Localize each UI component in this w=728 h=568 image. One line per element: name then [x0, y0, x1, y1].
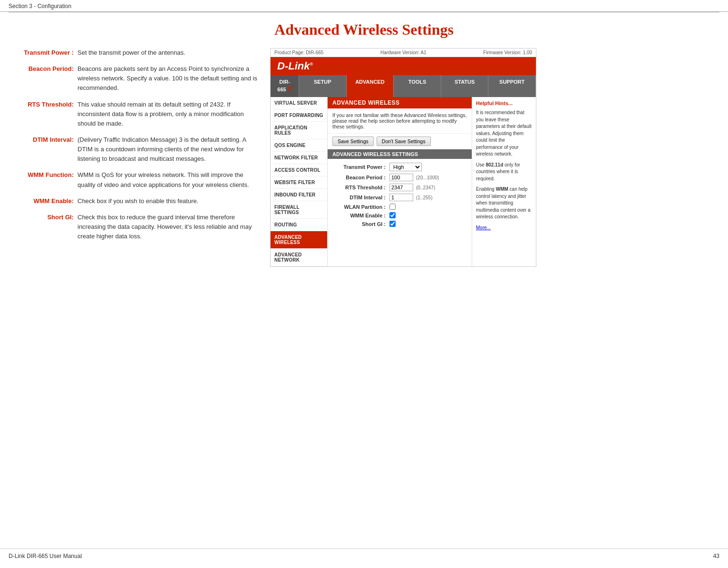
dlink-logo-text: D-Link® [277, 60, 313, 72]
transmit-power-label: Transmit Power : [9, 48, 78, 58]
dtim-interval-hint: (1..255) [416, 195, 432, 200]
sidebar-item-advanced-wireless[interactable]: ADVANCED WIRELESS [271, 231, 327, 249]
sidebar-item-routing[interactable]: ROUTING [271, 219, 327, 231]
dlink-logo: D-Link® [271, 57, 536, 75]
wlan-partition-setting-row: WLAN Partition : [332, 204, 467, 210]
sidebar-item-access-control[interactable]: ACCESS CONTROL [271, 164, 327, 176]
wmm-enable-setting-label: WMM Enable : [332, 213, 389, 218]
footer-right: 43 [713, 553, 719, 559]
transmit-power-setting-row: Transmit Power : High Medium Low [332, 163, 467, 171]
rts-threshold-input[interactable] [389, 184, 413, 191]
dtim-interval-input[interactable] [389, 194, 413, 201]
sidebar-item-firewall-settings[interactable]: FIREWALL SETTINGS [271, 201, 327, 219]
short-gi-setting-label: Short GI : [332, 221, 389, 227]
router-panel: Product Page: DIR-665 Hardware Version: … [270, 48, 536, 267]
rts-threshold-hint: (0..2347) [416, 185, 435, 190]
main-content-area: ADVANCED WIRELESS If you are not familia… [328, 97, 472, 266]
helpful-hints-panel: Helpful Hints... It is recommended that … [472, 97, 536, 266]
beacon-period-input[interactable] [389, 174, 413, 181]
nav-tools[interactable]: TOOLS [394, 75, 441, 97]
rts-threshold-desc: This value should remain at its default … [78, 100, 261, 128]
wlan-partition-value-wrapper [389, 204, 396, 210]
wmm-enable-label: WMM Enable: [9, 196, 78, 206]
nav-setup[interactable]: SETUP [299, 75, 347, 97]
short-gi-desc: Check this box to reduce the guard inter… [78, 213, 261, 241]
helpful-hints-text3: Enabling WMM can help control latency an… [476, 186, 532, 221]
content-header: ADVANCED WIRELESS [328, 97, 472, 108]
beacon-period-value-wrapper: (20...1000) [389, 174, 439, 181]
wlan-partition-checkbox[interactable] [389, 204, 396, 210]
beacon-period-setting-row: Beacon Period : (20...1000) [332, 174, 467, 181]
transmit-power-row: Transmit Power : Set the transmit power … [9, 48, 261, 58]
sidebar: VIRTUAL SERVER PORT FORWARDING APPLICATI… [271, 97, 328, 266]
product-page: Product Page: DIR-665 [274, 50, 323, 55]
page-header: Section 3 - Configuration [0, 0, 728, 12]
dont-save-settings-button[interactable]: Don't Save Settings [377, 137, 431, 146]
dtim-interval-value-wrapper: (1..255) [389, 194, 432, 201]
slash-icon: // [288, 85, 292, 93]
wmm-enable-desc: Check box if you wish to enable this fea… [78, 196, 261, 206]
beacon-period-row: Beacon Period: Beacons are packets sent … [9, 64, 261, 93]
nav-advanced[interactable]: ADVANCED [347, 75, 394, 97]
settings-section-title: ADVANCED WIRELESS SETTINGS [328, 149, 472, 159]
page-footer: D-Link DIR-665 User Manual 43 [0, 548, 728, 563]
wmm-function-label: WMM Function: [9, 170, 78, 180]
short-gi-label: Short GI: [9, 213, 78, 222]
rts-threshold-value-wrapper: (0..2347) [389, 184, 435, 191]
sidebar-item-advanced-network[interactable]: ADVANCED NETWORK [271, 249, 327, 266]
more-link[interactable]: More... [476, 225, 491, 230]
nav-status[interactable]: STATUS [441, 75, 489, 97]
transmit-power-select[interactable]: High Medium Low [389, 163, 422, 171]
transmit-power-select-wrapper: High Medium Low [389, 163, 422, 171]
rts-threshold-setting-row: RTS Threshold : (0..2347) [332, 184, 467, 191]
btn-row: Save Settings Don't Save Settings [328, 134, 472, 149]
short-gi-checkbox[interactable] [389, 221, 396, 227]
registered-symbol: ® [310, 62, 313, 67]
wmm-function-row: WMM Function: WMM is QoS for your wirele… [9, 170, 261, 189]
sidebar-content-area: VIRTUAL SERVER PORT FORWARDING APPLICATI… [271, 97, 536, 266]
beacon-period-setting-label: Beacon Period : [332, 175, 389, 180]
rts-threshold-row: RTS Threshold: This value should remain … [9, 100, 261, 128]
footer-left: D-Link DIR-665 User Manual [9, 553, 82, 559]
helpful-hints-text2: Use 802.11d only for countries where it … [476, 162, 532, 183]
wmm-enable-row: WMM Enable: Check box if you wish to ena… [9, 196, 261, 206]
dtim-interval-label: DTIM Interval: [9, 135, 78, 145]
router-top-bar: Product Page: DIR-665 Hardware Version: … [271, 49, 536, 57]
short-gi-setting-row: Short GI : [332, 221, 467, 227]
nav-dir665[interactable]: DIR-665 // [271, 75, 299, 97]
wlan-partition-setting-label: WLAN Partition : [332, 204, 389, 210]
rts-threshold-label: RTS Threshold: [9, 100, 78, 109]
save-settings-button[interactable]: Save Settings [332, 137, 374, 146]
sidebar-item-qos-engine[interactable]: QOS ENGINE [271, 139, 327, 152]
sidebar-item-network-filter[interactable]: NETWORK FILTER [271, 152, 327, 164]
beacon-period-hint: (20...1000) [416, 175, 439, 180]
settings-table: Transmit Power : High Medium Low Beacon … [328, 159, 472, 233]
dtim-interval-desc: (Delivery Traffic Indication Message) 3 … [78, 135, 261, 164]
page-title: Advanced Wireless Settings [0, 12, 728, 43]
nav-bar: DIR-665 // SETUP ADVANCED TOOLS STATUS S… [271, 75, 536, 97]
firmware-version: Firmware Version: 1.00 [483, 50, 532, 55]
sidebar-item-inbound-filter[interactable]: INBOUND FILTER [271, 189, 327, 201]
dtim-interval-row: DTIM Interval: (Delivery Traffic Indicat… [9, 135, 261, 164]
wmm-function-desc: WMM is QoS for your wireless network. Th… [78, 170, 261, 189]
sidebar-item-virtual-server[interactable]: VIRTUAL SERVER [271, 97, 327, 109]
dtim-interval-setting-label: DTIM Interval : [332, 195, 389, 200]
dtim-interval-setting-row: DTIM Interval : (1..255) [332, 194, 467, 201]
transmit-power-desc: Set the transmit power of the antennas. [78, 48, 261, 58]
wmm-enable-value-wrapper [389, 212, 396, 218]
sidebar-item-website-filter[interactable]: WEBSITE FILTER [271, 176, 327, 189]
beacon-period-desc: Beacons are packets sent by an Access Po… [78, 64, 261, 93]
content-notice: If you are not familiar with these Advan… [328, 108, 472, 134]
hardware-version: Hardware Version: A1 [380, 50, 427, 55]
wmm-enable-checkbox[interactable] [389, 212, 396, 218]
nav-support[interactable]: SUPPORT [488, 75, 536, 97]
short-gi-value-wrapper [389, 221, 396, 227]
rts-threshold-setting-label: RTS Threshold : [332, 185, 389, 190]
wmm-enable-setting-row: WMM Enable : [332, 212, 467, 218]
transmit-power-setting-label: Transmit Power : [332, 164, 389, 170]
beacon-period-label: Beacon Period: [9, 64, 78, 74]
sidebar-item-port-forwarding[interactable]: PORT FORWARDING [271, 109, 327, 122]
helpful-hints-title: Helpful Hints... [476, 100, 532, 107]
sidebar-item-application-rules[interactable]: APPLICATION RULES [271, 122, 327, 139]
left-column: Transmit Power : Set the transmit power … [9, 48, 261, 267]
